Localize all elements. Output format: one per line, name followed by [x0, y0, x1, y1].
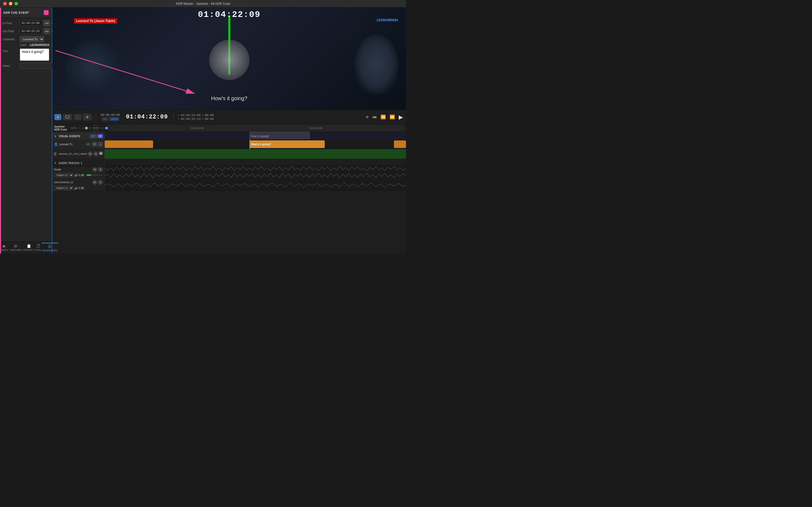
grace-track-top: GRACE00033_01 M S — [54, 180, 103, 185]
range-label: L — [85, 174, 86, 176]
cue-block-selected[interactable]: How's it going? — [249, 140, 325, 148]
transport-in-point: 01:04:22:09 — [181, 114, 200, 117]
character-row: Character: Leonard To — [3, 36, 49, 42]
minimize-button[interactable] — [9, 2, 12, 5]
out-point-input[interactable] — [20, 29, 42, 34]
cue-count-badge: 45 — [85, 143, 91, 146]
cue-fields: In Point: ⊲⊳ ↺ Out Point: ⊲⊳ ↩ Character… — [0, 18, 52, 241]
grace-waveform — [105, 179, 406, 191]
track-settings-btn[interactable]: ⚙ — [92, 142, 97, 147]
guide-track-bottom: Output 1-2 🔊 0 dB L R — [54, 173, 103, 177]
character-track-label: 👤 Leonard To 45 ⚙ + — [52, 139, 105, 149]
grace-label: GRACE00033_01 — [54, 181, 92, 184]
character-label: Character: — [3, 38, 18, 41]
tab-properties-label: PROPERTIES — [42, 249, 58, 252]
notes-row: Notes: — [3, 63, 49, 69]
cue-block-right[interactable] — [394, 140, 406, 148]
cue-block-1[interactable] — [105, 140, 153, 148]
text-textarea[interactable] — [20, 49, 49, 61]
character-name-label: Leonard To — [59, 143, 84, 146]
ruler-time-1: 01:04:22:00 — [191, 127, 204, 129]
tab-project[interactable]: 📋 PROJECT — [22, 243, 35, 253]
guide-output-select[interactable]: Output 1-2 — [54, 173, 73, 177]
fast-forward-btn[interactable]: ⏩ — [389, 113, 396, 121]
guide-s-btn[interactable]: S — [98, 167, 103, 172]
tab-media[interactable]: ▶ MEDIA — [0, 243, 9, 253]
zoom-out-icon[interactable]: − — [79, 126, 80, 129]
na-badge: N/A — [102, 117, 108, 121]
target-circle — [209, 40, 249, 80]
guide-track-top: Guide M S — [54, 167, 103, 172]
cue-block-label: How's it going? — [251, 143, 271, 146]
in-point-row: In Point: ⊲⊳ ↺ — [3, 20, 49, 26]
maximize-button[interactable] — [14, 2, 18, 5]
video-track-name: Jasmine_R1_V18_Locked — [59, 153, 87, 155]
grace-track-label: GRACE00033_01 M S Output 1-2 🔊 0 dB — [52, 179, 105, 191]
audio-collapse-icon[interactable]: ▼ — [54, 162, 56, 164]
grace-output-select[interactable]: Output 1-2 — [54, 186, 73, 190]
video-s-btn[interactable]: S — [94, 152, 98, 156]
left-panel: ADR CUE EVENT In Point: ⊲⊳ ↺ Out Point: … — [0, 7, 52, 253]
cue-num-row: Cue#: LEONARD024 — [20, 43, 49, 47]
add-character-btn[interactable]: 👤+ — [90, 134, 97, 138]
jasmine-label-col: Jasmine ADR Cues − ⟷ — [54, 125, 106, 131]
character-select[interactable]: Leonard To — [20, 36, 44, 42]
out-point-btn[interactable]: ⊲⊳ — [44, 28, 50, 34]
svg-rect-2 — [65, 116, 69, 118]
play-btn[interactable]: ▶ — [398, 113, 404, 121]
track-add-btn[interactable]: + — [98, 142, 103, 147]
text-row: Text: — [3, 49, 49, 61]
zoom-controls: − — [79, 126, 92, 129]
goto-start-btn[interactable]: ⏮ — [371, 114, 378, 121]
tab-media-label: MEDIA — [1, 249, 8, 251]
video-subtitle: How's it going? — [52, 95, 406, 102]
audio-tracks-label: AUDIO TRACKS: 1 — [59, 162, 82, 165]
filter-btn[interactable]: ▼ — [98, 134, 103, 138]
cue-num-label: Cue#: — [20, 44, 27, 47]
video-cam-icon[interactable] — [99, 152, 103, 155]
range-thumb[interactable] — [105, 127, 108, 129]
daw-icon: 🎵 — [36, 244, 41, 248]
tab-daw[interactable]: 🎵 DAW — [35, 243, 42, 253]
window-title: ADR Master - Jasmine - All ADR Cues — [176, 2, 230, 6]
window-controls[interactable] — [3, 2, 18, 5]
range-btn[interactable]: ⟷ — [94, 125, 98, 131]
cue-num-value: LEONARD024 — [30, 43, 49, 47]
waveform-icon — [71, 126, 77, 130]
mode-fullscreen-btn[interactable]: ⛶ — [73, 114, 81, 120]
grace-volume-icon: 🔊 — [74, 187, 77, 189]
level-fill — [87, 174, 91, 176]
zoom-slider[interactable] — [81, 127, 92, 129]
in-point-btn[interactable]: ⊲⊳ — [44, 20, 50, 26]
collapse-icon[interactable]: ▼ — [54, 135, 57, 138]
loop-toggle-btn[interactable]: ↺ — [364, 114, 370, 120]
panel-accent — [0, 7, 1, 253]
ruler-time-2: 01:04:23:00 — [309, 127, 323, 129]
range-slider[interactable] — [100, 127, 106, 129]
rewind-btn[interactable]: ⏪ — [380, 113, 387, 121]
in-point-label: In Point: — [3, 22, 18, 25]
tab-properties[interactable]: ☰ PROPERTIES — [42, 243, 58, 253]
guide-m-btn[interactable]: M — [93, 167, 97, 172]
close-button[interactable] — [3, 2, 7, 5]
grace-s-btn[interactable]: S — [98, 180, 103, 185]
svg-marker-6 — [102, 153, 102, 154]
visual-events-label: VISUAL EVENTS — [59, 135, 80, 138]
settings-btn[interactable] — [83, 114, 92, 120]
video-track-label: Jasmine_R1_V18_Locked M S — [52, 149, 105, 159]
video-cue-number: LEONARD024 — [377, 18, 398, 22]
waveform-container — [105, 165, 406, 179]
in-out-display: ↦ 01:04:22:09 ⊖ 00:00 ↤ 01:04:22:23 ⊕ 00… — [178, 114, 214, 121]
grace-waveform-svg — [105, 179, 406, 191]
play-controls: ↺ ⏮ ⏪ ⏩ ▶ — [364, 113, 404, 121]
character-track-row: 👤 Leonard To 45 ⚙ + How's it going? — [52, 139, 406, 149]
mode-monitor-btn[interactable] — [63, 114, 72, 120]
grace-m-btn[interactable]: M — [93, 180, 97, 185]
text-label: Text: — [3, 49, 18, 53]
video-m-btn[interactable]: M — [88, 152, 93, 156]
video-frame: 01:04:22:09 Leonard To (Jason Tobin) LEO… — [52, 7, 406, 110]
zoom-thumb[interactable] — [85, 127, 88, 129]
tab-timelines[interactable]: ⊞ TIMELINES — [9, 243, 23, 253]
mode-a-btn[interactable]: A — [55, 114, 61, 120]
in-point-input[interactable] — [20, 21, 42, 26]
